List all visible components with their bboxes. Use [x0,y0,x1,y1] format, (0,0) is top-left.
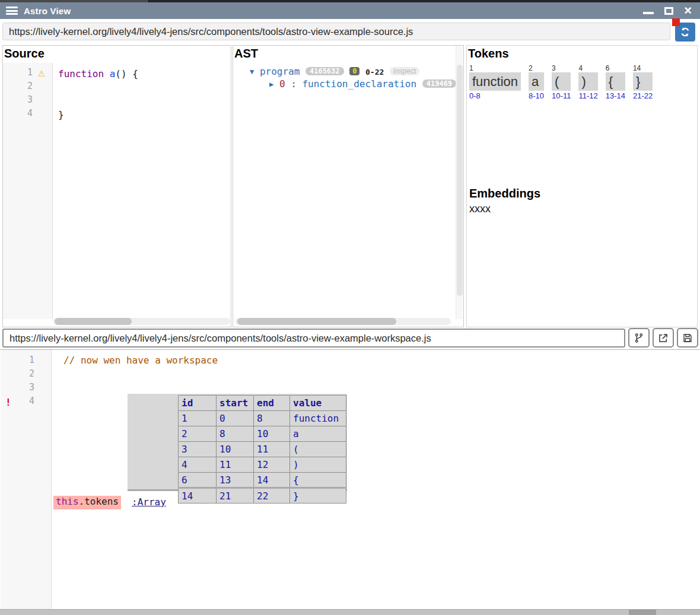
ast-panel-title: AST [233,46,463,60]
save-button[interactable] [677,328,698,348]
collapse-arrow-icon[interactable]: ▼ [250,68,254,76]
sync-icon [679,26,691,38]
table-cell: 6 [179,473,217,488]
token-id: 4 [578,65,597,72]
expression-object: this [56,496,79,507]
ast-vscrollbar[interactable] [456,46,463,319]
ast-range: 0-22 [365,68,384,77]
workspace-comment: // now wen have a workspace [63,355,218,368]
table-cell: ( [290,442,346,457]
expression-chip: this.tokens [53,496,121,509]
page-hscrollbar-thumb[interactable] [629,610,656,615]
token-item: 3 ( 10-11 [552,65,571,101]
panel-ast: AST ▼ program 4165632 0 0-22 inspect ▶ 0… [233,45,464,327]
git-branch-button[interactable] [628,328,650,348]
table-cell: 8 [254,411,290,426]
embeddings-section: Embeddings xxxx [468,187,540,215]
table-cell: ) [290,457,346,473]
source-panel-title: Source [3,46,231,60]
table-cell: 13 [217,473,254,488]
token-text[interactable]: ( [552,72,571,91]
token-text[interactable]: { [606,72,625,91]
minimize-icon[interactable] [643,12,654,14]
tokens-panel-title: Tokens [467,46,697,60]
table-header: value [290,396,346,411]
page-hscrollbar[interactable] [0,609,700,615]
token-id: 14 [633,65,653,72]
table-cell: 14 [254,473,290,488]
ast-hscrollbar-thumb[interactable] [237,318,396,325]
table-header: id [179,396,217,411]
ast-vscrollbar-thumb[interactable] [457,65,463,296]
token-item: 14 } 21-22 [633,65,653,101]
line-number: 3 [3,94,33,108]
embeddings-value: xxxx [468,203,540,215]
source-hscrollbar[interactable] [53,318,230,325]
token-range: 13-14 [606,91,625,101]
line-number: 1 [0,355,34,368]
token-list: 1 function 0-8 2 a 8-10 3 ( 10-11 4 ) 11… [469,65,660,101]
token-text[interactable]: function [469,72,521,91]
source-url-input[interactable] [2,23,670,40]
ast-id-badge: 4165632 [306,67,344,75]
line-number: 1 [3,67,33,81]
token-id: 2 [529,65,544,72]
ast-child-index: 0 [279,78,285,90]
close-icon[interactable]: × [684,6,692,15]
ast-node-label[interactable]: function_declaration [302,78,416,90]
ast-node-program[interactable]: ▼ program 4165632 0 0-22 inspect [250,66,419,77]
ast-id-badge: 419469 [422,79,456,88]
titlebar: Astro View × [0,2,700,19]
token-item: 4 ) 11-12 [578,65,597,101]
array-type-link[interactable]: :Array [132,496,166,508]
panel-tokens: Tokens 1 function 0-8 2 a 8-10 3 ( 10-11… [466,45,698,327]
maximize-icon[interactable] [664,7,673,15]
panel-source: Source 1⚠ 2 3 4 function a() { } [2,45,231,327]
embeddings-title: Embeddings [468,187,540,200]
ast-index-badge: 0 [349,67,359,75]
line-number: 2 [3,81,33,94]
table-row: 1 0 8 function [179,411,346,426]
ast-hscrollbar[interactable] [235,318,451,325]
token-range: 10-11 [552,91,571,101]
token-text[interactable]: a [529,72,544,91]
line-number: 3 [0,382,34,396]
table-cell: 4 [179,457,217,473]
table-header: start [217,396,254,411]
table-row: 3 10 11 ( [179,442,346,457]
error-marker: ! [5,396,11,409]
git-branch-icon [634,333,644,343]
token-item: 1 function 0-8 [469,65,521,101]
ast-node-function-declaration[interactable]: ▶ 0 : function_declaration 419469 [269,78,456,90]
source-hscrollbar-thumb[interactable] [55,318,132,325]
hamburger-menu-icon[interactable] [6,7,18,15]
open-external-button[interactable] [653,328,674,348]
ast-node-label[interactable]: program [260,66,300,77]
token-text[interactable]: } [633,72,653,91]
expand-arrow-icon[interactable]: ▶ [269,80,273,88]
tokens-table: id start end value 1 0 8 function 2 8 10… [178,395,346,504]
token-range: 11-12 [578,91,597,101]
save-icon [682,333,693,343]
inspect-button[interactable]: inspect [390,67,419,75]
token-id: 6 [606,65,625,72]
table-cell: { [290,473,346,488]
notification-badge [672,18,680,26]
table-cell: 0 [217,411,254,426]
table-cell: 10 [254,426,290,442]
table-cell: 1 [179,411,217,426]
table-cell: 21 [217,488,254,504]
source-code[interactable]: function a() { } [58,67,138,122]
table-cell: 14 [179,488,217,504]
workspace-url-input[interactable] [2,329,625,348]
workspace-editor[interactable]: 1 2 3 4 ! // now wen have a workspace id… [0,349,700,609]
table-cell: 3 [179,442,217,457]
table-row: 4 11 12 ) [179,457,346,473]
token-item: 2 a 8-10 [529,65,544,101]
ast-separator: : [291,78,297,90]
token-text[interactable]: ) [578,72,597,91]
token-range: 21-22 [633,91,653,101]
code-keyword: function [58,68,104,79]
window-title: Astro View [24,6,71,16]
token-id: 1 [469,65,521,72]
